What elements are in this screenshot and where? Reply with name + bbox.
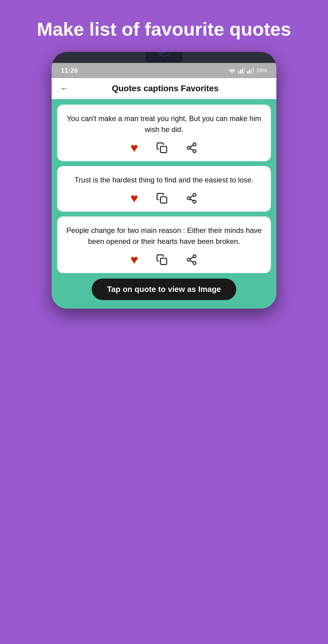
battery-text: 28% [256,68,267,74]
copy-button-2[interactable] [156,192,168,204]
copy-button-3[interactable] [156,254,168,265]
like-button-1[interactable]: ♥ [131,140,138,155]
quote-actions-3: ♥ [131,252,198,267]
phone-frame: 11:26 [52,52,276,309]
svg-line-24 [190,261,193,262]
quote-card-3[interactable]: People change for two main reason : Eith… [57,216,271,273]
svg-line-18 [190,199,193,201]
svg-rect-7 [253,68,254,74]
quote-text-2: Trust is the hardest thing to find and t… [75,175,254,185]
svg-rect-4 [247,71,248,74]
quote-actions-2: ♥ [131,191,198,206]
svg-rect-5 [249,70,250,74]
page-title: Make list of favourite quotes [19,0,309,52]
bottom-toast-area: Tap on quote to view as Image [52,279,276,309]
quote-actions-1: ♥ [131,140,198,155]
like-button-2[interactable]: ♥ [131,191,138,206]
toast-pill: Tap on quote to view as Image [92,279,236,300]
app-header-title: Quotes captions Favorites [75,84,268,93]
svg-rect-3 [244,68,245,74]
like-button-3[interactable]: ♥ [131,252,138,267]
camera-lens [157,52,171,57]
camera-inner [161,52,167,54]
signal-icon [238,68,245,74]
svg-rect-6 [251,69,252,74]
phone-top-bar [52,52,276,63]
quote-text-1: You can't make a man treat you right, Bu… [66,113,262,135]
svg-line-13 [190,145,193,147]
share-button-2[interactable] [186,192,197,204]
copy-button-1[interactable] [156,142,168,154]
share-button-3[interactable] [186,254,197,265]
back-button[interactable]: ← [60,84,69,93]
quotes-list: You can't make a man treat you right, Bu… [52,99,276,279]
quote-text-3: People change for two main reason : Eith… [66,225,262,247]
app-header: ← Quotes captions Favorites [52,78,276,99]
svg-rect-2 [242,69,243,74]
svg-line-19 [190,196,193,198]
svg-rect-20 [161,258,167,265]
status-time: 11:26 [61,67,78,74]
share-button-1[interactable] [186,142,197,154]
quote-card-2[interactable]: Trust is the hardest thing to find and t… [57,166,271,212]
svg-line-25 [190,257,193,259]
svg-line-12 [190,149,193,151]
popup-camera [146,52,182,62]
status-bar: 11:26 [52,63,276,78]
wifi-icon [228,68,236,74]
svg-rect-14 [161,197,167,203]
app-content: ← Quotes captions Favorites You can't ma… [52,78,276,309]
svg-rect-0 [238,71,239,74]
svg-rect-8 [161,147,167,153]
signal2-icon [247,68,254,74]
status-icons: 28% [228,68,267,74]
quote-card-1[interactable]: You can't make a man treat you right, Bu… [57,105,271,161]
phone-wrapper: 11:26 [49,52,279,644]
svg-rect-1 [240,70,241,74]
